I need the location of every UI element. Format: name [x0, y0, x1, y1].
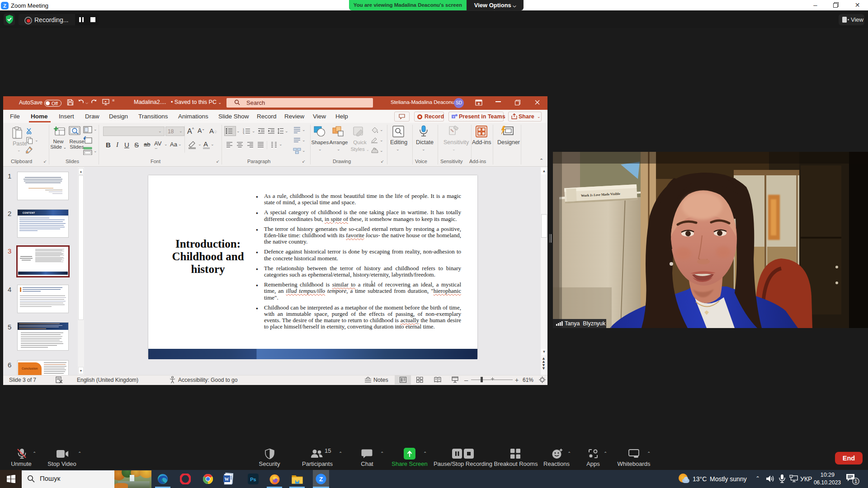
svg-text:Tanya Blyznyuk: Tanya Blyznyuk [565, 320, 606, 327]
svg-text:W: W [225, 477, 229, 482]
svg-text:Ps: Ps [250, 477, 256, 482]
svg-text:T: T [453, 116, 454, 118]
svg-text:3: 3 [243, 132, 244, 135]
svg-text:1: 1 [854, 479, 857, 484]
svg-text:Z: Z [3, 3, 6, 9]
svg-text:Z: Z [319, 476, 323, 483]
